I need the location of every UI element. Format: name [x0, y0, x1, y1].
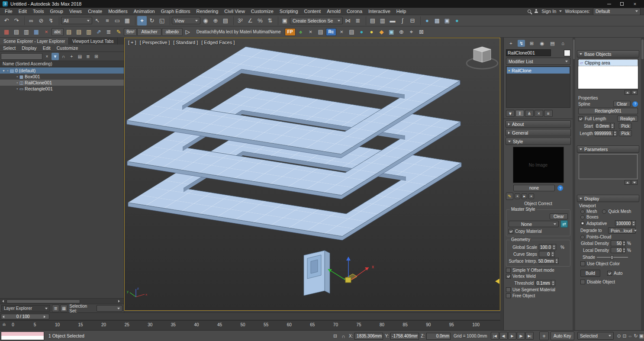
edit-named-selection-sets-icon[interactable]: ▣ [280, 16, 290, 26]
pick-layer-icon[interactable]: ⊞ [93, 53, 100, 60]
global-scale-spinner[interactable]: 100.0 [539, 244, 559, 250]
object-row-railclone001[interactable]: ● ◫ RailClone001 [0, 80, 124, 86]
time-slider-handle[interactable]: 0 / 100 [1, 314, 49, 319]
unlink-selection-icon[interactable]: ⊘ [36, 16, 46, 26]
toggle-layer-explorer-icon[interactable]: ▥ [378, 16, 387, 26]
surface-interp-spinner[interactable]: 50.0mm [539, 258, 559, 264]
spline-object-button[interactable]: Rectangle001 [578, 108, 638, 114]
rollout-general[interactable]: General [506, 129, 571, 136]
viewport-layout-tabs-tab[interactable]: Viewport Layout Tabs [69, 38, 117, 45]
spline-clear-button[interactable]: Clear [613, 101, 631, 107]
maximize-button[interactable] [615, 0, 628, 7]
zoom-extents-icon[interactable]: ⊡ [622, 332, 627, 339]
bitmap-to-material-button[interactable]: Bm² [124, 28, 137, 36]
pencil-icon[interactable]: ✎ [114, 27, 123, 37]
auto-key-button[interactable]: Auto Key [551, 331, 574, 340]
curve-steps-spinner[interactable]: 0 [539, 251, 559, 257]
layer-list-icon[interactable]: ≣ [52, 305, 59, 312]
trackbar-filter-icon[interactable]: ılı [3, 322, 6, 327]
selection-set-icon[interactable]: ▦ [60, 305, 68, 312]
adaptative-spinner[interactable]: 100000 [615, 220, 636, 226]
modify-tab-icon[interactable]: ↯ [518, 40, 525, 47]
angle-snap-icon[interactable]: ∠ [245, 16, 255, 26]
window-crossing-toggle-icon[interactable]: ▦ [122, 16, 132, 26]
toggle-scene-explorer-icon[interactable]: ▤ [368, 16, 377, 26]
keyboard-override-icon[interactable]: ▤ [221, 16, 230, 26]
material-editor-icon[interactable]: ● [422, 16, 432, 26]
expand-arrow-icon[interactable]: ▼ [2, 69, 6, 72]
previous-frame-arrow-icon[interactable] [3, 315, 4, 318]
minimize-button[interactable] [602, 0, 615, 7]
mirror-icon[interactable]: ⋈ [343, 16, 353, 26]
previous-frame-button[interactable]: ◀| [499, 332, 508, 340]
search-input[interactable] [1, 53, 42, 60]
undo-icon[interactable]: ↶ [2, 16, 11, 26]
create-tab-icon[interactable]: + [507, 40, 515, 47]
menu-help[interactable]: Help [393, 8, 409, 15]
boxes-radio[interactable] [580, 215, 585, 219]
copy-material-checkbox[interactable] [509, 229, 513, 234]
multimap-icon[interactable]: ▦ [2, 27, 11, 37]
railclone-button[interactable]: Rc [326, 28, 337, 36]
master-style-clear-button[interactable]: Clear [550, 213, 568, 219]
note-icon-1[interactable]: ▤ [64, 27, 74, 37]
viewport-shading-menu[interactable]: [ Edged Faces ] [201, 40, 235, 45]
grid-helper-icon[interactable]: ▦ [32, 27, 41, 37]
hierarchy-tab-icon[interactable]: ⊞ [528, 40, 535, 47]
sun-icon[interactable]: ◆ [377, 27, 386, 37]
go-to-start-button[interactable]: |◀ [491, 332, 499, 340]
search-icon[interactable] [528, 10, 531, 13]
time-slider-track[interactable]: 0 / 100 [0, 312, 500, 320]
explorer-menu-edit[interactable]: Edit [40, 45, 54, 52]
render-production-icon[interactable]: ● [452, 16, 462, 26]
free-object-checkbox[interactable] [506, 293, 511, 298]
vertex-weld-checkbox[interactable] [506, 274, 511, 279]
master-style-none-dropdown[interactable]: None [509, 221, 559, 227]
orbit-icon[interactable]: ↻ [633, 332, 638, 339]
display-tab-icon[interactable]: ▤ [549, 40, 556, 47]
pan-icon[interactable]: ⇔ [628, 332, 633, 339]
degrade-to-dropdown[interactable]: Poin...loud [608, 227, 636, 234]
adaptative-radio[interactable] [580, 221, 585, 225]
scroll-right-icon[interactable] [116, 299, 122, 304]
object-row-rectangle001[interactable]: ● ▭ Rectangle001 [0, 86, 124, 92]
modifier-stack[interactable]: ● RailClone [506, 66, 570, 108]
camera-icon[interactable]: ▣ [386, 27, 396, 37]
expand-all-icon[interactable]: ≣ [84, 53, 92, 60]
add-layer-icon[interactable]: + [68, 53, 75, 60]
style-none-button[interactable]: none [513, 185, 555, 191]
zoom-icon[interactable]: ⊙ [616, 332, 621, 339]
shade-slider[interactable] [597, 255, 628, 260]
object-name-field[interactable] [506, 49, 551, 56]
panel-splitter[interactable] [500, 38, 503, 330]
clear-search-icon[interactable]: × [43, 53, 51, 60]
explorer-menu-select[interactable]: Select [0, 45, 19, 52]
helper-axis-icon[interactable]: ⊕ [396, 27, 406, 37]
visibility-dot-icon[interactable]: ● [16, 87, 18, 90]
points-cloud-radio[interactable] [580, 235, 585, 239]
sphere-material-icon[interactable]: ● [357, 27, 366, 37]
script-buttons-label[interactable]: DeattachByMa lect by Materi MultimatName [193, 27, 284, 37]
menu-animation[interactable]: Animation [131, 8, 158, 15]
lock-layers-icon[interactable]: ∩ [60, 53, 67, 60]
parameters-down-icon[interactable] [631, 180, 638, 185]
threshold-spinner[interactable]: 0.1mm [535, 280, 555, 286]
menu-interactive[interactable]: Interactive [365, 8, 393, 15]
rectangular-selection-region-icon[interactable]: ▭ [113, 16, 122, 26]
modifier-list-dropdown[interactable]: Modifier List [506, 58, 570, 65]
key-filter-dropdown[interactable]: Selected [577, 332, 614, 340]
abc-text-icon[interactable]: abc [52, 28, 64, 36]
next-frame-button[interactable]: |▶ [517, 332, 525, 340]
object-row-box001[interactable]: ● ▦ Box001 [0, 74, 124, 80]
menu-tools[interactable]: Tools [30, 8, 47, 15]
viewport-standard-menu[interactable]: [ Standard ] [173, 40, 198, 45]
wrench-icon[interactable]: ⊠ [416, 27, 426, 37]
visibility-dot-icon[interactable]: ● [7, 69, 9, 72]
percent-snap-icon[interactable]: % [255, 16, 265, 26]
explorer-menu-customize[interactable]: Customize [54, 45, 81, 52]
move-item-down-icon[interactable] [631, 90, 638, 95]
measure-icon[interactable]: ⌖ [406, 27, 416, 37]
viewport-canvas[interactable]: x x y z [125, 38, 500, 310]
explorer-horizontal-scrollbar[interactable] [0, 298, 124, 304]
schematic-view-icon[interactable]: ⊟ [408, 16, 417, 26]
